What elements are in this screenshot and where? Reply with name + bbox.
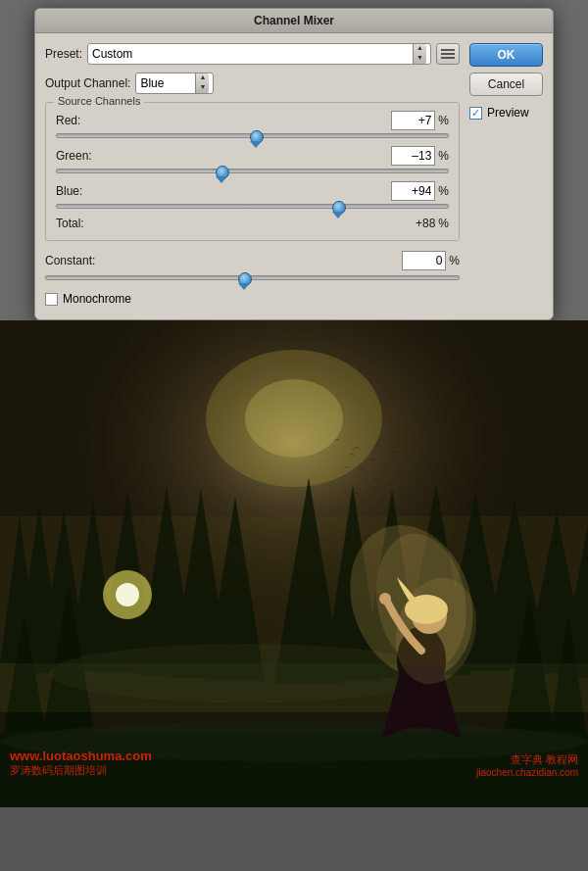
ok-button[interactable]: OK [469,43,543,67]
bird: ⌒ [392,450,400,460]
red-value: +7 [418,111,432,130]
blue-slider-track[interactable] [56,204,449,209]
svg-rect-2 [441,57,455,59]
watermark-right: 查字典 教程网 jiaochen.chazidian.com [476,752,578,778]
monochrome-row[interactable]: Monochrome [45,288,460,310]
channel-mixer-dialog: Channel Mixer Preset: Custom ▲ ▼ [34,8,554,320]
output-channel-label: Output Channel: [45,76,130,90]
arrow-down-icon: ▼ [416,54,423,64]
green-slider-thumb[interactable] [214,164,229,179]
monochrome-checkbox[interactable] [45,293,58,306]
dialog-wrapper: Channel Mixer Preset: Custom ▲ ▼ [0,0,588,320]
bird: ⌒ [397,487,405,498]
output-channel-value: Blue [140,76,195,90]
constant-pct: % [449,254,460,267]
total-label: Total: [56,217,416,230]
red-value-box[interactable]: +7 [391,111,435,130]
output-arrow-down-icon: ▼ [199,83,206,93]
list-icon [441,48,455,60]
svg-point-31 [116,583,139,606]
bird: ⌒ [333,438,341,449]
svg-point-39 [379,593,391,605]
dialog-titlebar: Channel Mixer [35,9,553,33]
dialog-buttons: OK Cancel ✓ Preview [469,43,543,310]
constant-slider-thumb[interactable] [236,270,252,286]
constant-section: Constant: 0 % [45,251,460,280]
total-row: Total: +88 % [56,217,449,230]
bird: ⌒ [348,453,356,463]
preset-menu-button[interactable] [436,43,460,65]
red-header: Red: +7 % [56,111,449,130]
fairy-figure-svg [323,504,519,758]
cancel-button[interactable]: Cancel [469,73,543,96]
source-channels-box: Source Channels Red: +7 % [45,102,460,241]
bird: ⌒ [343,465,351,476]
bird: ⌒ [402,472,410,483]
red-slider-track[interactable] [56,133,449,138]
preview-row: ✓ Preview [469,106,543,120]
blue-value-box[interactable]: +94 [391,181,435,201]
constant-header: Constant: 0 % [45,251,460,270]
preview-checkbox[interactable]: ✓ [469,107,482,120]
bird: ⌒ [372,443,380,454]
red-label: Red: [56,114,391,127]
blue-header: Blue: +94 % [56,181,449,201]
watermark-right-line1: 查字典 教程网 [476,752,578,767]
monochrome-label: Monochrome [63,292,131,306]
blue-value: +94 [412,181,431,201]
total-value: +88 [416,217,435,230]
green-channel-row: Green: –13 % [56,146,449,173]
watermark-url: www.luotaoshuma.com [10,749,152,763]
preset-value: Custom [92,47,413,61]
bird: ⌒ [368,458,375,468]
preset-arrows[interactable]: ▲ ▼ [413,44,426,64]
blue-label: Blue: [56,184,391,198]
dialog-body: Preset: Custom ▲ ▼ [35,33,553,319]
bird: ⌒ [353,492,361,503]
output-arrows[interactable]: ▲ ▼ [195,73,209,93]
dialog-main: Preset: Custom ▲ ▼ [45,43,460,310]
watermark-subtitle: 罗涛数码后期图培训 [10,763,152,778]
constant-value-box[interactable]: 0 [402,251,446,270]
green-header: Green: –13 % [56,146,449,166]
preset-row: Preset: Custom ▲ ▼ [45,43,460,65]
blue-pct: % [438,184,449,198]
green-value-box[interactable]: –13 [391,146,435,166]
total-pct: % [438,217,449,230]
red-slider-thumb[interactable] [248,128,264,144]
bird: ⌒ [358,467,366,478]
preset-label: Preset: [45,47,82,61]
bird: ⌒ [382,462,390,473]
preset-select[interactable]: Custom ▲ ▼ [87,43,431,65]
output-channel-select[interactable]: Blue ▲ ▼ [135,73,214,94]
red-channel-row: Red: +7 % [56,111,449,138]
svg-rect-0 [441,49,455,51]
preview-label: Preview [487,106,529,120]
watermark-right-line2: jiaochen.chazidian.com [476,767,578,778]
green-value: –13 [412,146,431,166]
bird: ⌒ [372,477,380,488]
svg-rect-1 [441,53,455,55]
constant-label: Constant: [45,254,402,267]
red-pct: % [438,114,449,127]
watermark-left: www.luotaoshuma.com 罗涛数码后期图培训 [10,749,152,778]
bird: ⌒ [387,482,395,493]
green-slider-track[interactable] [56,169,449,173]
arrow-up-icon: ▲ [416,44,423,54]
source-channels-label: Source Channels [54,95,144,107]
constant-slider-track[interactable] [45,275,460,280]
blue-channel-row: Blue: +94 % [56,181,449,209]
output-channel-row: Output Channel: Blue ▲ ▼ [45,73,460,94]
dialog-title: Channel Mixer [254,14,334,27]
green-label: Green: [56,149,391,163]
output-arrow-up-icon: ▲ [199,73,206,83]
constant-value: 0 [436,251,443,270]
green-pct: % [438,149,449,163]
background-image: ⌒ ⌒ ⌒ ⌒ ⌒ ⌒ ⌒ ⌒ ⌒ ⌒ ⌒ ⌒ ⌒ ⌒ ⌒ www.l [0,320,588,807]
blue-slider-thumb[interactable] [330,199,346,215]
